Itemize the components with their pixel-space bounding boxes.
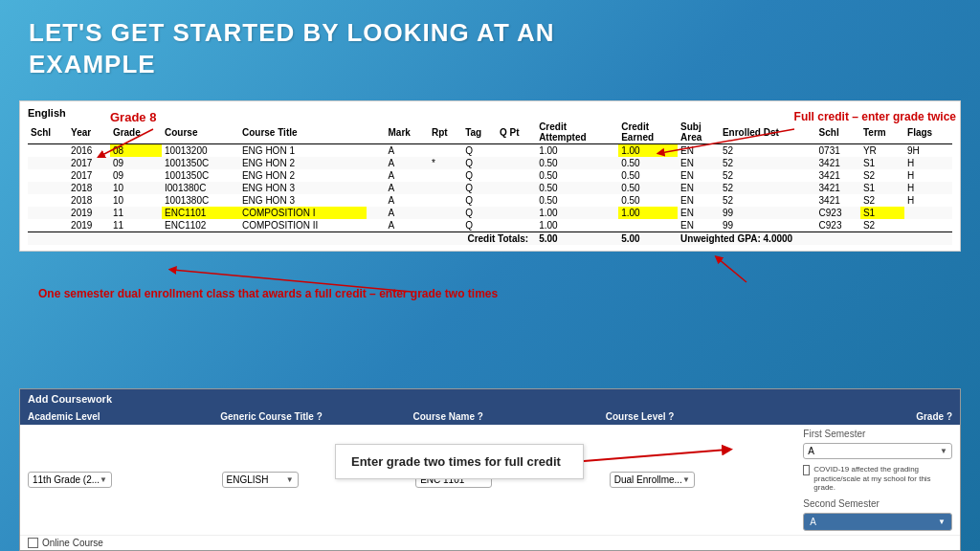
col-subj: SubjArea bbox=[678, 121, 720, 144]
col-tag: Tag bbox=[462, 121, 497, 144]
col-course-level: Course Level ? bbox=[606, 411, 798, 422]
table-row: 2019 11 ENC1101 COMPOSITION I A Q 1.00 1… bbox=[28, 207, 952, 219]
dual-enrollment-annotation: One semester dual enrollment class that … bbox=[38, 287, 498, 300]
online-course-row: Online Course bbox=[20, 536, 960, 550]
table-row: 2018 10 1001380C ENG HON 3 A Q 0.50 0.50… bbox=[28, 194, 952, 207]
col-academic-level: Academic Level bbox=[28, 411, 220, 422]
fullcredit-annotation: Full credit – enter grade twice bbox=[794, 110, 956, 123]
col-rpt: Rpt bbox=[429, 121, 462, 144]
col-attempted: CreditAttempted bbox=[536, 121, 618, 144]
academic-level-select[interactable]: 11th Grade (2... ▼ bbox=[28, 472, 112, 488]
col-term: Term bbox=[860, 121, 904, 144]
credit-totals-row: Credit Totals: 5.00 5.00 Unweighted GPA:… bbox=[28, 232, 952, 246]
col-flags: Flags bbox=[904, 121, 952, 144]
coursework-column-headers: Academic Level Generic Course Title ? Co… bbox=[20, 408, 960, 425]
dropdown-arrow-icon: ▼ bbox=[100, 475, 107, 484]
title-area: LET'S GET STARTED BY LOOKING AT AN EXAMP… bbox=[0, 0, 980, 89]
grade8-annotation: Grade 8 bbox=[110, 110, 156, 124]
col-spacer bbox=[367, 121, 386, 144]
col-enrolled: Enrolled Dst bbox=[720, 121, 816, 144]
academic-level-field[interactable]: 11th Grade (2... ▼ bbox=[28, 472, 214, 488]
table-row: 2017 09 1001350C ENG HON 2 A * Q 0.50 0.… bbox=[28, 157, 952, 169]
table-row: 2018 10 I001380C ENG HON 3 A Q 0.50 0.50… bbox=[28, 182, 952, 194]
course-level-field[interactable]: Dual Enrollme... ▼ bbox=[610, 472, 796, 488]
generic-course-title-select[interactable]: ENGLISH ▼ bbox=[222, 472, 299, 488]
svg-line-4 bbox=[718, 258, 746, 282]
online-course-checkbox[interactable] bbox=[28, 538, 38, 548]
enter-grade-callout: Enter grade two times for full credit bbox=[335, 444, 584, 479]
table-row: 2017 09 1001350C ENG HON 2 A Q 0.50 0.50… bbox=[28, 169, 952, 182]
col-schl: Schl bbox=[28, 121, 68, 144]
covid-checkbox-row: COVID-19 affected the grading practice/s… bbox=[803, 465, 952, 493]
col-qpt: Q Pt bbox=[497, 121, 536, 144]
table-row: 2019 11 ENC1102 COMPOSITION II A Q 1.00 … bbox=[28, 219, 952, 232]
first-semester-label: First Semester bbox=[803, 429, 865, 439]
col-generic-course-title: Generic Course Title ? bbox=[220, 411, 412, 422]
grade-field: First Semester A ▼ COVID-19 affected the… bbox=[803, 429, 952, 531]
col-mark: Mark bbox=[386, 121, 430, 144]
coursework-data-row: 11th Grade (2... ▼ ENGLISH ▼ ENC 1101 Du… bbox=[20, 425, 960, 536]
col-earned: CreditEarned bbox=[618, 121, 678, 144]
second-semester-select[interactable]: A ▼ bbox=[803, 513, 952, 531]
slide-title: LET'S GET STARTED BY LOOKING AT AN EXAMP… bbox=[29, 17, 951, 79]
dropdown-arrow-icon: ▼ bbox=[286, 475, 294, 484]
table-row: 2016 08 10013200 ENG HON 1 A Q 1.00 1.00… bbox=[28, 144, 952, 158]
coursework-panel-header: Add Coursework bbox=[20, 389, 960, 408]
course-level-select[interactable]: Dual Enrollme... ▼ bbox=[610, 472, 695, 488]
col-course: Course bbox=[162, 121, 239, 144]
col-grade: Grade ? bbox=[798, 411, 952, 422]
second-semester-label: Second Semester bbox=[803, 498, 880, 509]
transcript-table: Schl Year Grade Course Course Title Mark… bbox=[28, 121, 952, 245]
col-year: Year bbox=[68, 121, 110, 144]
dropdown-arrow-icon: ▼ bbox=[682, 475, 690, 484]
col-schl2: Schl bbox=[816, 121, 860, 144]
covid-checkbox[interactable] bbox=[803, 465, 810, 475]
dropdown-arrow-icon: ▼ bbox=[938, 518, 946, 526]
first-semester-select[interactable]: A ▼ bbox=[803, 443, 952, 459]
dropdown-arrow-icon: ▼ bbox=[940, 447, 947, 455]
col-course-name: Course Name ? bbox=[413, 411, 606, 422]
col-title: Course Title bbox=[239, 121, 367, 144]
online-course-label: Online Course bbox=[42, 538, 103, 548]
